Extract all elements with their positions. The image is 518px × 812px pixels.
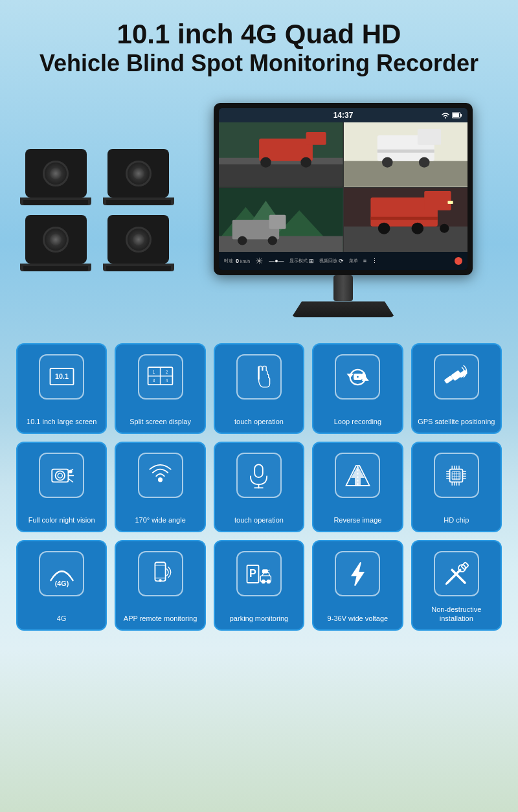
feature-night-vision: Full color night vision (16, 442, 107, 532)
svg-point-54 (58, 473, 62, 478)
svg-rect-23 (269, 215, 286, 229)
svg-point-58 (69, 470, 72, 473)
loop-rec-icon-area (335, 354, 380, 400)
svg-text:10.1: 10.1 (55, 372, 69, 380)
screen-icon: 10.1 (47, 363, 76, 392)
camera-lens-2 (126, 161, 152, 186)
feature-parking: P parking monitoring (214, 540, 304, 631)
svg-rect-60 (255, 464, 264, 477)
cam-feed-2 (344, 122, 468, 187)
night-vision-icon-area (39, 453, 84, 498)
svg-line-57 (68, 479, 73, 482)
features-row-2: Full color night vision 170° wide angle (16, 442, 502, 532)
camera-1 (19, 149, 93, 205)
svg-point-25 (268, 236, 277, 245)
svg-point-24 (238, 236, 247, 245)
svg-point-15 (418, 157, 429, 168)
camera-lens-1 (43, 161, 69, 186)
cam-feed-4 (344, 188, 468, 253)
bottom-speed: 时速 0 km/h (224, 258, 250, 264)
svg-text:3: 3 (153, 378, 155, 383)
camera-body-1 (25, 149, 87, 197)
feature-touch-op-1: touch operation (214, 343, 304, 434)
svg-text:4: 4 (166, 378, 168, 383)
camera-mount-3 (20, 264, 91, 271)
features-section: 10.1 10.1 inch large screen 1 2 3 4 Spli… (0, 330, 518, 651)
feature-label-gps: GPS satellite positioning (418, 417, 495, 426)
svg-point-8 (260, 157, 271, 168)
reverse-icon (343, 461, 372, 490)
phone-icon (146, 559, 175, 589)
feature-loop-rec: Loop recording (312, 343, 403, 434)
feature-touch-op-2: touch operation (214, 442, 304, 532)
svg-point-53 (55, 471, 64, 480)
feature-app-remote: APP remote monitoring (115, 540, 205, 631)
monitor-stand (214, 275, 473, 317)
bottom-display-mode: 显示模式 ⊞ (289, 258, 314, 264)
svg-point-9 (300, 157, 311, 168)
feature-label-4g: 4G (57, 614, 67, 623)
feature-split-screen: 1 2 3 4 Split screen display (115, 343, 205, 434)
feature-voltage: 9-36V wide voltage (312, 540, 403, 631)
features-row-1: 10.1 10.1 inch large screen 1 2 3 4 Spli… (16, 343, 502, 434)
svg-rect-29 (424, 191, 451, 210)
stand-base (291, 301, 395, 317)
mic-icon (244, 461, 273, 490)
camera-3 (19, 215, 93, 271)
gps-icon-area (434, 354, 479, 400)
monitor-screen-container: 14:37 (214, 103, 473, 275)
svg-point-94 (159, 580, 161, 581)
screen-bottom-bar: 时速 0 km/h ☀ —●— 显示模式 ⊞ 视频回放 ⟳ (219, 252, 467, 270)
camera-mount-2 (103, 197, 174, 205)
feature-label-hd-chip: HD chip (444, 515, 469, 524)
voltage-icon-area (335, 551, 380, 596)
header: 10.1 inch 4G Quad HD Vehicle Blind Spot … (0, 0, 518, 90)
wide-angle-icon (146, 461, 175, 490)
touch-op-1-icon-area (236, 354, 282, 400)
loop-icon (343, 363, 372, 392)
4g-icon-area: (4G) (39, 551, 84, 596)
screen-top-bar: 14:37 (219, 108, 467, 122)
camera-4 (102, 215, 175, 271)
feature-label-voltage: 9-36V wide voltage (328, 614, 388, 623)
wifi-icon (441, 111, 450, 119)
install-icon-area (434, 551, 479, 596)
svg-rect-11 (344, 161, 468, 187)
svg-marker-48 (361, 373, 365, 380)
battery-icon (452, 112, 462, 118)
camera-body-4 (107, 215, 169, 264)
night-vision-icon (47, 461, 76, 490)
split-icon: 1 2 3 4 (146, 363, 175, 392)
large-screen-icon-area: 10.1 (39, 354, 84, 400)
stand-neck (333, 275, 353, 301)
monitor-screen: 14:37 (219, 108, 467, 270)
feature-label-wide-angle: 170° wide angle (135, 515, 185, 524)
feature-label-parking: parking monitoring (230, 614, 289, 623)
monitor-section: 14:37 (188, 103, 499, 317)
feature-install: Non-destructive installation (411, 540, 502, 631)
svg-text:1: 1 (153, 370, 155, 374)
wide-angle-icon-area (138, 453, 183, 498)
hd-chip-icon-area (434, 453, 479, 498)
split-screen-icon-area: 1 2 3 4 (138, 354, 183, 400)
bottom-playback: 视频回放 ⟳ (319, 258, 344, 264)
svg-text:P: P (250, 567, 257, 579)
svg-point-59 (159, 478, 162, 481)
chip-icon (442, 461, 471, 490)
svg-point-98 (262, 580, 265, 583)
svg-point-33 (440, 224, 449, 233)
camera-body-3 (25, 215, 87, 264)
svg-rect-50 (445, 376, 453, 383)
feature-reverse: Reverse image (312, 442, 403, 532)
monitor: 14:37 (214, 103, 473, 317)
feature-label-install: Non-destructive installation (418, 605, 495, 624)
camera-2 (102, 149, 175, 205)
4g-icon: (4G) (47, 559, 76, 589)
feature-label-reverse: Reverse image (333, 515, 381, 524)
gps-icon (442, 363, 471, 392)
feature-label-app-remote: APP remote monitoring (124, 614, 197, 623)
svg-point-14 (382, 157, 393, 168)
features-row-3: (4G) 4G APP remote monitoring (16, 540, 502, 631)
touch-icon (244, 363, 273, 392)
cam-feed-1 (219, 122, 343, 187)
